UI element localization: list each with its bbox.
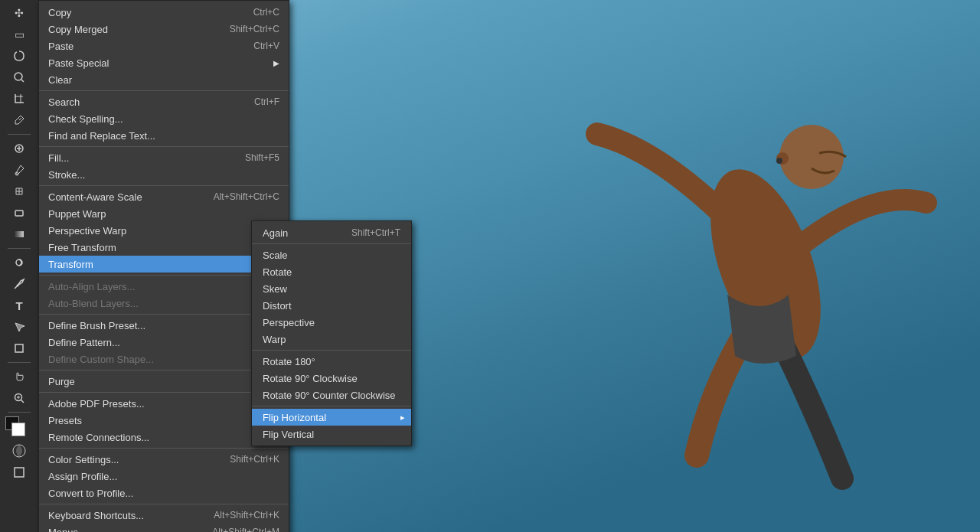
menu-item-puppet-warp[interactable]: Puppet Warp [39,205,289,222]
svg-rect-17 [15,344,23,352]
zoom-tool[interactable] [9,388,29,408]
foreground-background-colors[interactable] [5,416,33,439]
menu-item-clear[interactable]: Clear [39,71,289,88]
menu-item-menus-shortcut: Alt+Shift+Ctrl+M [212,527,279,532]
submenu-item-warp-label: Warp [263,334,400,345]
menu-item-copy-merged[interactable]: Copy Merged Shift+Ctrl+C [39,21,289,38]
menu-item-define-brush-label: Define Brush Preset... [48,320,279,331]
menu-item-keyboard-shortcuts[interactable]: Keyboard Shortcuts... Alt+Shift+Ctrl+K [39,507,289,524]
menu-item-paste-label: Paste [48,41,238,52]
menu-item-find-replace[interactable]: Find and Replace Text... [39,127,289,144]
eyedropper-tool[interactable] [9,110,29,130]
menu-item-fill-shortcut: Shift+F5 [245,152,279,163]
menu-item-search-shortcut: Ctrl+F [254,96,279,107]
submenu-item-rotate-90-ccw-label: Rotate 90° Counter Clockwise [263,390,400,401]
dodge-tool[interactable] [9,253,29,273]
menu-item-remote-connections-label: Remote Connections... [48,432,279,443]
paste-special-arrow-icon: ▶ [273,59,279,67]
menu-item-paste[interactable]: Paste Ctrl+V [39,38,289,54]
svg-line-5 [21,80,24,82]
submenu-separator-1 [252,243,411,244]
transform-submenu-panel: Again Shift+Ctrl+T Scale Rotate Skew Dis… [251,220,412,446]
menu-item-search-label: Search [48,96,239,108]
menu-item-presets-label: Presets [48,415,267,426]
menu-item-menus[interactable]: Menus... Alt+Shift+Ctrl+M [39,524,289,532]
eraser-tool[interactable] [9,203,29,223]
submenu-item-rotate-180-label: Rotate 180° [263,356,400,367]
crop-tool[interactable] [9,89,29,109]
brush-tool[interactable] [9,160,29,180]
healing-tool[interactable] [9,139,29,158]
menu-item-assign-profile-label: Assign Profile... [48,471,279,482]
submenu-item-scale[interactable]: Scale [252,246,411,263]
menu-item-check-spelling[interactable]: Check Spelling... [39,110,289,127]
submenu-item-rotate[interactable]: Rotate [252,263,411,280]
menu-item-paste-special[interactable]: Paste Special ▶ [39,54,289,71]
screen-mode[interactable] [9,462,29,482]
clone-tool[interactable] [9,181,29,201]
menu-item-search[interactable]: Search Ctrl+F [39,93,289,110]
submenu-item-distort-label: Distort [263,300,400,312]
submenu-separator-3 [252,406,411,406]
svg-point-16 [17,285,19,287]
menu-separator-8 [39,448,289,449]
svg-rect-14 [15,231,24,237]
shape-tool[interactable] [9,338,29,358]
menu-item-content-aware-scale[interactable]: Content-Aware Scale Alt+Shift+Ctrl+C [39,188,289,205]
type-tool[interactable]: T [9,295,29,315]
toolbar: ✣ ▭ T [0,0,38,532]
move-tool[interactable]: ✣ [9,3,29,23]
submenu-item-rotate-90-ccw[interactable]: Rotate 90° Counter Clockwise [252,387,411,403]
submenu-item-scale-label: Scale [263,250,400,261]
menu-item-convert-profile[interactable]: Convert to Profile... [39,485,289,501]
transform-submenu: Again Shift+Ctrl+T Scale Rotate Skew Dis… [251,220,412,446]
athlete-figure [444,34,980,532]
svg-point-3 [776,158,782,164]
menu-separator-3 [39,185,289,186]
menu-separator-2 [39,146,289,147]
menu-item-color-settings[interactable]: Color Settings... Shift+Ctrl+K [39,451,289,468]
menu-item-fill[interactable]: Fill... Shift+F5 [39,149,289,166]
menu-item-pdf-presets-label: Adobe PDF Presets... [48,398,279,410]
submenu-item-flip-vertical[interactable]: Flip Vertical [252,426,411,442]
menu-item-stroke[interactable]: Stroke... [39,166,289,183]
submenu-item-again-label: Again [263,227,336,239]
menu-item-find-replace-label: Find and Replace Text... [48,130,279,142]
submenu-item-perspective[interactable]: Perspective [252,314,411,331]
marquee-tool[interactable]: ▭ [9,24,29,44]
menu-item-assign-profile[interactable]: Assign Profile... [39,468,289,485]
lasso-tool[interactable] [9,46,29,66]
menu-item-copy-shortcut: Ctrl+C [253,7,279,18]
menu-item-auto-blend-label: Auto-Blend Layers... [48,298,279,309]
menu-item-auto-align-label: Auto-Align Layers... [48,281,279,292]
menu-item-content-aware-scale-label: Content-Aware Scale [48,191,198,203]
submenu-item-rotate-90-cw-label: Rotate 90° Clockwise [263,373,400,384]
submenu-item-again[interactable]: Again Shift+Ctrl+T [252,224,411,241]
menu-separator-1 [39,90,289,91]
path-select-tool[interactable] [9,317,29,337]
menu-item-paste-special-label: Paste Special [48,57,267,69]
menu-item-copy[interactable]: Copy Ctrl+C [39,4,289,21]
menu-item-perspective-warp-label: Perspective Warp [48,225,279,237]
menu-item-copy-merged-label: Copy Merged [48,24,214,35]
submenu-item-distort[interactable]: Distort [252,297,411,314]
submenu-item-rotate-90-cw[interactable]: Rotate 90° Clockwise [252,370,411,387]
submenu-item-perspective-label: Perspective [263,317,400,328]
submenu-item-skew[interactable]: Skew [252,280,411,297]
cursor-indicator: ▸ [400,413,405,423]
hand-tool[interactable] [9,367,29,387]
menu-item-define-pattern-label: Define Pattern... [48,337,279,348]
gradient-tool[interactable] [9,224,29,244]
svg-rect-13 [15,211,23,216]
submenu-item-rotate-180[interactable]: Rotate 180° [252,353,411,370]
quick-mask-mode[interactable] [9,441,29,461]
pen-tool[interactable] [9,274,29,294]
quick-select-tool[interactable] [9,67,29,87]
menu-item-menus-label: Menus... [48,527,197,533]
submenu-item-rotate-label: Rotate [263,266,400,278]
submenu-item-flip-horizontal[interactable]: Flip Horizontal ▸ [252,409,411,426]
menu-separator-9 [39,504,289,504]
menu-item-purge-label: Purge [48,376,267,387]
submenu-item-warp[interactable]: Warp [252,331,411,348]
menu-item-copy-merged-shortcut: Shift+Ctrl+C [230,24,279,34]
